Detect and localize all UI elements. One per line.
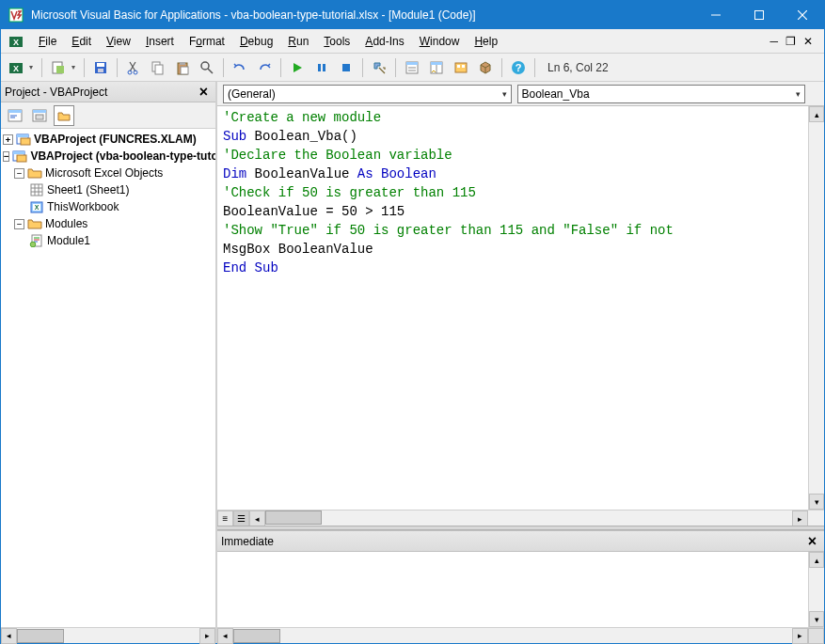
- vba-app-icon: [8, 8, 24, 23]
- project-explorer-button[interactable]: [401, 56, 423, 79]
- dropdown-icon[interactable]: ▾: [29, 63, 37, 71]
- svg-text:X: X: [35, 204, 40, 211]
- copy-button[interactable]: [147, 56, 169, 79]
- code-text[interactable]: 'Create a new module Sub Boolean_Vba() '…: [217, 106, 808, 510]
- full-module-view-button[interactable]: ☰: [233, 510, 249, 526]
- cut-button[interactable]: [122, 56, 145, 79]
- redo-button[interactable]: [253, 56, 276, 79]
- dropdown-icon[interactable]: ▾: [71, 63, 79, 71]
- svg-rect-51: [17, 134, 28, 137]
- paste-button[interactable]: [171, 56, 194, 79]
- scroll-thumb[interactable]: [233, 629, 280, 643]
- svg-marker-23: [294, 63, 302, 72]
- menu-help[interactable]: Help: [467, 32, 505, 51]
- break-button[interactable]: [310, 56, 333, 79]
- svg-text:?: ?: [516, 62, 522, 73]
- chevron-down-icon: ▾: [502, 89, 507, 99]
- project-tree[interactable]: +VBAProject (FUNCRES.XLAM) −VBAProject (…: [1, 129, 215, 627]
- mdi-minimize-button[interactable]: ─: [769, 35, 778, 48]
- svg-text:X: X: [13, 64, 19, 73]
- toggle-folders-button[interactable]: [54, 105, 74, 126]
- menu-format[interactable]: Format: [182, 32, 232, 51]
- view-object-button[interactable]: [29, 105, 50, 126]
- run-button[interactable]: [286, 56, 309, 79]
- mdi-restore-button[interactable]: ❐: [785, 35, 796, 48]
- svg-rect-54: [13, 151, 24, 154]
- properties-window-button[interactable]: [425, 56, 448, 79]
- object-browser-button[interactable]: [450, 56, 472, 79]
- code-vscrollbar[interactable]: ▴ ▾: [808, 106, 824, 510]
- design-mode-button[interactable]: [368, 56, 390, 79]
- svg-rect-49: [36, 115, 43, 119]
- scroll-down-icon[interactable]: ▾: [809, 494, 824, 510]
- menu-addins[interactable]: Add-Ins: [357, 32, 411, 51]
- immediate-pane-title: Immediate ×: [217, 531, 824, 552]
- project-hscrollbar[interactable]: ◂ ▸: [1, 627, 215, 643]
- svg-rect-48: [33, 110, 46, 113]
- scroll-up-icon[interactable]: ▴: [809, 106, 824, 122]
- immediate-input[interactable]: [217, 552, 808, 627]
- scroll-up-icon[interactable]: ▴: [809, 552, 824, 568]
- find-button[interactable]: [196, 56, 218, 79]
- reset-button[interactable]: [335, 56, 357, 79]
- menu-window[interactable]: Window: [412, 32, 468, 51]
- scroll-thumb[interactable]: [265, 510, 322, 525]
- scroll-right-icon[interactable]: ▸: [792, 628, 808, 644]
- svg-rect-19: [180, 62, 185, 65]
- titlebar[interactable]: Microsoft Visual Basic for Applications …: [1, 1, 824, 29]
- immediate-hscrollbar[interactable]: ◂ ▸: [217, 627, 824, 643]
- tree-item-module1[interactable]: Module1: [1, 232, 215, 249]
- chevron-down-icon: ▾: [796, 89, 801, 99]
- mdi-close-button[interactable]: ✕: [803, 35, 813, 48]
- immediate-close-button[interactable]: ×: [804, 533, 820, 550]
- scroll-down-icon[interactable]: ▾: [809, 611, 824, 627]
- project-node-funcres[interactable]: +VBAProject (FUNCRES.XLAM): [1, 131, 215, 148]
- project-pane-close-button[interactable]: ×: [196, 84, 212, 101]
- size-grip[interactable]: [808, 628, 824, 644]
- view-code-button[interactable]: [5, 105, 25, 126]
- minimize-button[interactable]: [694, 1, 738, 29]
- procedure-combo[interactable]: Boolean_Vba▾: [517, 85, 806, 103]
- scroll-left-icon[interactable]: ◂: [249, 510, 265, 526]
- tree-item-thisworkbook[interactable]: XThisWorkbook: [1, 198, 215, 215]
- undo-button[interactable]: [229, 56, 251, 79]
- excel-mdi-icon[interactable]: X: [5, 30, 27, 53]
- view-excel-button[interactable]: X: [5, 56, 27, 79]
- menu-debug[interactable]: Debug: [232, 32, 280, 51]
- code-editor[interactable]: 'Create a new module Sub Boolean_Vba() '…: [217, 106, 824, 510]
- folder-modules[interactable]: −Modules: [1, 215, 215, 232]
- menu-view[interactable]: View: [99, 32, 138, 51]
- module-icon: [29, 233, 44, 248]
- toolbox-button[interactable]: [474, 56, 497, 79]
- svg-rect-52: [21, 138, 30, 145]
- svg-rect-37: [462, 65, 465, 68]
- folder-excel-objects[interactable]: −Microsoft Excel Objects: [1, 165, 215, 181]
- insert-module-button[interactable]: [47, 56, 70, 79]
- project-node-main[interactable]: −VBAProject (vba-boolean-type-tutorial.x…: [1, 148, 215, 165]
- scroll-right-icon[interactable]: ▸: [792, 510, 808, 526]
- svg-rect-10: [56, 66, 64, 73]
- project-icon: [16, 132, 31, 147]
- tree-item-sheet1[interactable]: Sheet1 (Sheet1): [1, 181, 215, 198]
- scroll-left-icon[interactable]: ◂: [217, 628, 233, 644]
- immediate-vscrollbar[interactable]: ▴ ▾: [808, 552, 824, 627]
- maximize-button[interactable]: [738, 1, 781, 29]
- svg-rect-24: [318, 64, 321, 71]
- menu-run[interactable]: Run: [280, 32, 316, 51]
- scroll-right-icon[interactable]: ▸: [199, 628, 215, 644]
- menu-tools[interactable]: Tools: [316, 32, 357, 51]
- object-combo[interactable]: (General)▾: [223, 85, 512, 103]
- worksheet-icon: [29, 182, 44, 197]
- svg-rect-29: [406, 62, 418, 65]
- help-button[interactable]: ?: [507, 56, 530, 79]
- menu-file[interactable]: File: [31, 32, 64, 51]
- scroll-left-icon[interactable]: ◂: [1, 628, 17, 644]
- close-button[interactable]: [781, 1, 824, 29]
- svg-rect-36: [457, 65, 460, 68]
- menu-insert[interactable]: Insert: [138, 32, 182, 51]
- procedure-view-button[interactable]: ≡: [217, 510, 233, 526]
- save-button[interactable]: [89, 56, 112, 79]
- menu-edit[interactable]: Edit: [64, 32, 99, 51]
- cursor-position-status: Ln 6, Col 22: [547, 61, 609, 74]
- scroll-thumb[interactable]: [17, 629, 64, 643]
